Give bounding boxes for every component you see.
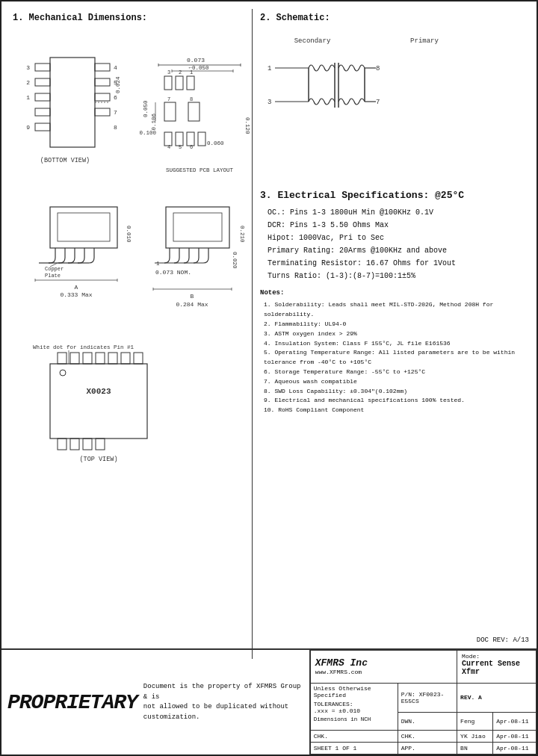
chk-label-cell: CHK. <box>310 730 398 742</box>
svg-text:(BOTTOM VIEW): (BOTTOM VIEW) <box>40 157 90 164</box>
app-date-cell: Apr-08-11 <box>493 742 537 754</box>
main-content: 1. Mechanical Dimensions: 3 2 <box>9 9 529 659</box>
electrical-title: 3. Electrical Specifications: @25°C <box>260 190 522 201</box>
spec-1: OC.: Pins 1-3 1800uH Min @100KHz 0.1V <box>260 208 522 217</box>
electrical-specs: 3. Electrical Specifications: @25°C OC.:… <box>260 190 522 280</box>
svg-text:0.050: 0.050 <box>143 100 149 117</box>
proprietary-description: Document is the property of XFMRS Group … <box>143 682 303 722</box>
note-8: 8. SWD Loss Capability: ±0.304"(0.102mm) <box>260 387 522 397</box>
svg-text:0.333 Max: 0.333 Max <box>60 291 92 298</box>
pn-row: Unless Otherwise Specified TOLERANCES: .… <box>310 683 536 712</box>
model-label: Mode: <box>462 653 531 660</box>
svg-rect-104 <box>58 439 67 450</box>
app-label-cell: APP. <box>398 742 457 754</box>
company-row: XFMRS Inc www.XFMRS.com Mode: Current Se… <box>310 651 536 684</box>
company-website: www.XFMRS.com <box>315 669 452 675</box>
svg-rect-1 <box>35 63 50 71</box>
svg-rect-106 <box>83 439 92 450</box>
svg-text:0.020: 0.020 <box>232 252 238 269</box>
svg-rect-100 <box>96 353 105 364</box>
svg-text:Plate: Plate <box>45 273 61 279</box>
pn-label: P/N: <box>401 691 415 698</box>
svg-rect-2 <box>35 78 50 86</box>
svg-rect-8 <box>95 93 110 101</box>
svg-rect-98 <box>70 353 79 364</box>
svg-text:X0023: X0023 <box>86 387 111 396</box>
chk-row: CHK. CHK. YK Jiao Apr-08-11 <box>310 730 536 742</box>
svg-text:B: B <box>191 293 194 300</box>
schematic-svg: Secondary Primary 1 3 <box>260 29 522 179</box>
svg-text:6: 6 <box>190 144 193 150</box>
company-name: XFMRS Inc <box>315 657 452 669</box>
svg-text:3: 3 <box>167 69 170 75</box>
svg-rect-55 <box>58 213 110 241</box>
svg-text:0.060: 0.060 <box>207 140 224 146</box>
svg-text:3: 3 <box>26 64 30 71</box>
note-4: 4. Insulation System: Class F 155°C, JL … <box>260 339 522 349</box>
proprietary-label: PROPRIETARY <box>7 691 137 714</box>
svg-text:4: 4 <box>114 64 117 71</box>
proprietary-area: PROPRIETARY Document is the property of … <box>1 650 310 755</box>
svg-point-96 <box>60 370 66 376</box>
svg-rect-34 <box>187 76 194 90</box>
svg-rect-76 <box>173 213 222 241</box>
schematic-title: 2. Schematic: <box>260 13 522 23</box>
page: 1. Mechanical Dimensions: 3 2 <box>0 0 538 756</box>
right-panel: 2. Schematic: Secondary Primary 1 3 <box>253 9 529 659</box>
sheet-label-cell: SHEET 1 OF 1 <box>310 742 398 754</box>
svg-rect-99 <box>83 353 92 364</box>
svg-text:9: 9 <box>26 124 30 131</box>
svg-text:7: 7 <box>376 99 380 106</box>
dwn-date-cell: Apr-08-11 <box>493 712 537 730</box>
spec-2: DCR: Pins 1-3 5.50 Ohms Max <box>260 221 522 229</box>
note-9: 9. Electrical and mechanical specificati… <box>260 396 522 406</box>
note-1: 1. Solderability: Leads shall meet MIL-S… <box>260 300 522 320</box>
svg-text:White dot for indicates Pin #1: White dot for indicates Pin #1 <box>33 344 134 350</box>
svg-rect-105 <box>70 439 79 450</box>
svg-text:Primary: Primary <box>410 37 439 45</box>
info-table-area: XFMRS Inc www.XFMRS.com Mode: Current Se… <box>310 650 537 755</box>
note-10: 10. RoHS Compliant Component <box>260 406 522 415</box>
svg-rect-101 <box>108 353 117 364</box>
info-table: XFMRS Inc www.XFMRS.com Mode: Current Se… <box>310 650 537 755</box>
rev-cell: REV. A <box>457 683 537 712</box>
svg-text:A: A <box>75 284 78 291</box>
svg-rect-4 <box>35 108 50 116</box>
dimensions-label: Dimensions in NCH <box>314 716 395 722</box>
svg-text:3: 3 <box>268 99 271 106</box>
svg-text:0.284 Max: 0.284 Max <box>176 301 208 308</box>
svg-rect-36 <box>188 102 200 121</box>
svg-text:(TOP VIEW): (TOP VIEW) <box>79 456 117 463</box>
sheet-row: SHEET 1 OF 1 APP. BN Apr-08-11 <box>310 742 536 754</box>
svg-text:5: 5 <box>179 144 182 150</box>
svg-text:0.106: 0.106 <box>151 114 157 131</box>
svg-text:0.100: 0.100 <box>139 130 156 136</box>
svg-text:Secondary: Secondary <box>294 37 331 45</box>
svg-text:0.073: 0.073 <box>187 57 205 63</box>
spec-3: Hipot: 1000Vac, Pri to Sec <box>260 234 522 242</box>
app-value-cell: BN <box>457 742 493 754</box>
note-3: 3. ASTM oxygen index > 29% <box>260 329 522 339</box>
mechanical-drawings-svg: 3 2 1 9 4 5 6 7 8 0.024 (BOTTOM VIEW) SU… <box>9 28 263 655</box>
svg-text:2: 2 <box>26 79 30 86</box>
svg-text:2: 2 <box>179 69 182 75</box>
svg-text:0.120: 0.120 <box>244 117 250 134</box>
company-info: XFMRS Inc www.XFMRS.com <box>310 651 457 684</box>
svg-text:8: 8 <box>114 124 117 131</box>
svg-text:1: 1 <box>268 65 271 72</box>
chk-value-cell: YK Jiao <box>457 730 493 742</box>
left-panel: 1. Mechanical Dimensions: 3 2 <box>9 9 253 659</box>
svg-rect-6 <box>95 63 110 71</box>
svg-rect-3 <box>35 93 50 101</box>
svg-rect-40 <box>198 132 205 146</box>
svg-rect-5 <box>35 123 50 131</box>
svg-text:Copper: Copper <box>45 266 64 272</box>
proprietary-desc-line2: not allowed to be duplicated without cus… <box>143 702 303 722</box>
svg-text:8: 8 <box>376 65 380 72</box>
unless-label: Unless Otherwise Specified <box>314 685 395 698</box>
proprietary-desc-line1: Document is the property of XFMRS Group … <box>143 682 303 702</box>
svg-text:1: 1 <box>190 69 193 75</box>
svg-text:6: 6 <box>114 94 117 101</box>
svg-rect-7 <box>95 78 110 86</box>
model-value: Current Sense Xfmr <box>462 660 531 676</box>
